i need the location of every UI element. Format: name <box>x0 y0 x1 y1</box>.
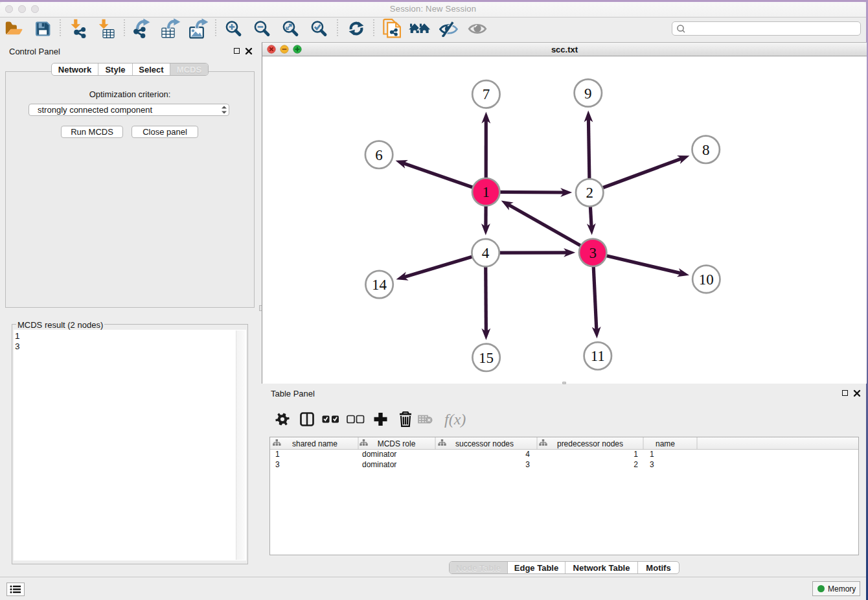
svg-text:14: 14 <box>372 277 387 293</box>
svg-text:3: 3 <box>589 245 597 261</box>
svg-text:MCDS role: MCDS role <box>378 439 416 448</box>
svg-text:15: 15 <box>479 350 494 366</box>
svg-text:6: 6 <box>375 147 383 163</box>
svg-text:4: 4 <box>482 245 490 261</box>
svg-text:8: 8 <box>702 142 710 158</box>
svg-text:successor nodes: successor nodes <box>455 439 514 448</box>
svg-text:9: 9 <box>584 86 592 102</box>
svg-text:7: 7 <box>483 86 490 102</box>
svg-text:name: name <box>656 439 675 448</box>
svg-text:2: 2 <box>586 185 593 201</box>
svg-text:predecessor nodes: predecessor nodes <box>557 439 623 448</box>
svg-text:10: 10 <box>699 271 714 288</box>
svg-text:shared name: shared name <box>292 439 337 448</box>
svg-text:f(x): f(x) <box>444 411 466 428</box>
svg-text:1: 1 <box>482 184 490 200</box>
svg-text:11: 11 <box>591 348 605 364</box>
